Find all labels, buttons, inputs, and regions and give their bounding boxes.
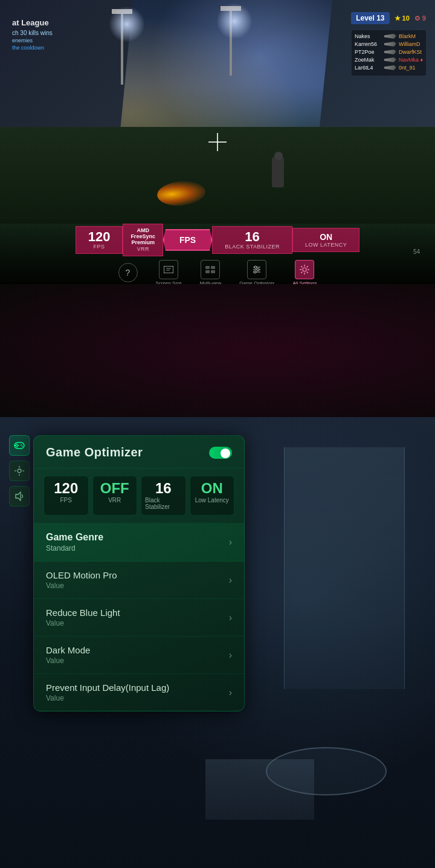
settings-icon-button[interactable] — [9, 461, 30, 481]
score-row-4: ZoeMak NavMka ♦ — [355, 57, 423, 63]
svg-rect-3 — [205, 266, 210, 269]
score-name-5: Lar6tL4 — [355, 65, 382, 71]
game-genre-left: Game Genre Standard — [46, 532, 103, 552]
screen-size-button[interactable]: Screen Size — [156, 260, 182, 284]
dark-mode-menu-item[interactable]: Dark Mode Value › — [34, 636, 244, 674]
gun-icon-5 — [384, 65, 396, 70]
score-player-4: NavMka ♦ — [399, 57, 423, 63]
prevent-input-delay-title: Prevent Input Delay(Input Lag) — [46, 682, 169, 693]
vrr-label: VRR — [137, 246, 149, 252]
top-game-section: at League ch 30 kills wins enemies the c… — [0, 0, 435, 284]
ll-value: ON — [320, 232, 332, 242]
svg-point-27 — [18, 445, 19, 446]
enemy-figure — [272, 157, 284, 187]
svg-point-24 — [16, 444, 18, 445]
panel-bs-value: 16 — [155, 481, 172, 496]
prevent-input-delay-arrow: › — [229, 687, 232, 698]
screen-size-icon — [159, 260, 178, 279]
svg-point-25 — [16, 446, 18, 447]
light-glow-1 — [109, 6, 145, 42]
panel-ll-label: Low Latency — [195, 497, 229, 504]
bs-stat: 16 Black Stabilizer — [212, 226, 292, 254]
icon-count: ⚙ 9 — [414, 15, 426, 22]
help-button[interactable]: ? — [118, 263, 138, 282]
svg-line-20 — [307, 266, 308, 267]
volume-icon-button[interactable] — [9, 486, 30, 507]
score-name-3: PT2Poe — [355, 49, 382, 55]
help-icon: ? — [118, 263, 138, 282]
bottom-game-section: Game Optimizer 120 FPS OFF VRR 16 Black … — [0, 417, 435, 868]
hud-top-left: at League ch 30 kills wins enemies the c… — [12, 18, 53, 51]
ll-label: Low Latency — [305, 242, 347, 248]
optimizer-panel: Game Optimizer 120 FPS OFF VRR 16 Black … — [33, 435, 245, 711]
prevent-input-delay-menu-item[interactable]: Prevent Input Delay(Input Lag) Value › — [34, 674, 244, 711]
oled-motion-pro-arrow: › — [229, 575, 232, 586]
panel-fps-value: 120 — [54, 481, 78, 496]
star-count: ★ 10 — [395, 15, 410, 22]
panel-vrr-label: VRR — [108, 497, 121, 504]
sub-label: enemies — [12, 37, 53, 44]
game-optimizer-button[interactable]: Game Optimizer — [239, 260, 274, 284]
dark-mode-left: Dark Mode Value — [46, 645, 90, 665]
all-settings-button[interactable]: All Settings — [292, 260, 317, 284]
game-genre-arrow: › — [229, 537, 232, 548]
game-genre-title: Game Genre — [46, 532, 103, 543]
menu-bar: ? Screen Size — [118, 260, 317, 284]
gun-icon-3 — [384, 50, 396, 54]
crosshair — [208, 133, 227, 151]
svg-point-10 — [254, 266, 257, 268]
svg-line-19 — [307, 271, 308, 273]
hud-bottom: 120 FPS AMDFreeSyncPremium VRR FPS 16 Bl… — [0, 218, 435, 284]
side-icons — [9, 435, 30, 507]
svg-line-18 — [301, 266, 303, 267]
score-row-3: PT2Poe DwarfKSt — [355, 49, 423, 55]
panel-ll-value: ON — [201, 481, 223, 496]
panel-title: Game Optimizer — [46, 445, 143, 459]
panel-ll-badge: ON Low Latency — [190, 476, 235, 516]
multi-view-button[interactable]: Multi-view — [200, 260, 222, 284]
oled-motion-pro-left: OLED Motion Pro Value — [46, 570, 117, 590]
dark-mode-title: Dark Mode — [46, 645, 90, 655]
panel-bs-badge: 16 Black Stabilizer — [141, 476, 186, 516]
panel-vrr-badge: OFF VRR — [92, 476, 138, 516]
svg-point-30 — [18, 469, 21, 473]
level-badge: Level 13 — [351, 12, 389, 24]
score-row-2: Karren56 WilliamD — [355, 41, 423, 47]
prevent-input-delay-left: Prevent Input Delay(Input Lag) Value — [46, 682, 169, 702]
fps-mode-label: FPS — [179, 235, 196, 245]
oled-motion-pro-menu-item[interactable]: OLED Motion Pro Value › — [34, 562, 244, 599]
toggle-knob — [221, 449, 230, 458]
oled-motion-pro-title: OLED Motion Pro — [46, 570, 117, 580]
svg-rect-4 — [211, 266, 215, 269]
reduce-blue-light-value: Value — [46, 619, 120, 627]
gamepad-icon-button[interactable] — [9, 435, 30, 456]
enemy-head — [274, 152, 283, 160]
stone-steps — [205, 759, 314, 820]
reduce-blue-light-menu-item[interactable]: Reduce Blue Light Value › — [34, 599, 244, 636]
panel-header: Game Optimizer — [34, 436, 244, 468]
svg-marker-35 — [16, 492, 21, 500]
optimizer-toggle[interactable] — [209, 447, 232, 459]
vrr-stat: AMDFreeSyncPremium VRR — [123, 224, 163, 256]
ll-stat: ON Low Latency — [292, 228, 359, 252]
light-glow-2 — [216, 3, 253, 39]
scoreboard: Nakes BlarkM Karren56 WilliamD PT2Poe Dw… — [352, 30, 426, 76]
fps-stat: 120 FPS — [76, 226, 123, 254]
panel-bs-label: Black Stabilizer — [145, 497, 182, 510]
all-settings-icon — [295, 260, 314, 279]
svg-line-21 — [301, 271, 303, 273]
panel-stats-row: 120 FPS OFF VRR 16 Black Stabilizer ON L… — [34, 468, 244, 523]
stats-bar: 120 FPS AMDFreeSyncPremium VRR FPS 16 Bl… — [76, 224, 360, 256]
fps-mode-stat: FPS — [163, 229, 212, 251]
svg-point-26 — [15, 445, 16, 446]
oled-motion-pro-value: Value — [46, 581, 117, 590]
fps-label: FPS — [94, 244, 105, 250]
waterfall — [284, 447, 405, 689]
score-player-1: BlarkM — [399, 33, 416, 39]
prevent-input-delay-value: Value — [46, 694, 169, 702]
game-genre-menu-item[interactable]: Game Genre Standard › — [34, 523, 244, 562]
game-name-label: at League — [12, 18, 53, 27]
gun-icon-4 — [384, 57, 396, 62]
dark-mode-value: Value — [46, 656, 90, 665]
vrr-value: AMDFreeSyncPremium — [130, 228, 155, 246]
